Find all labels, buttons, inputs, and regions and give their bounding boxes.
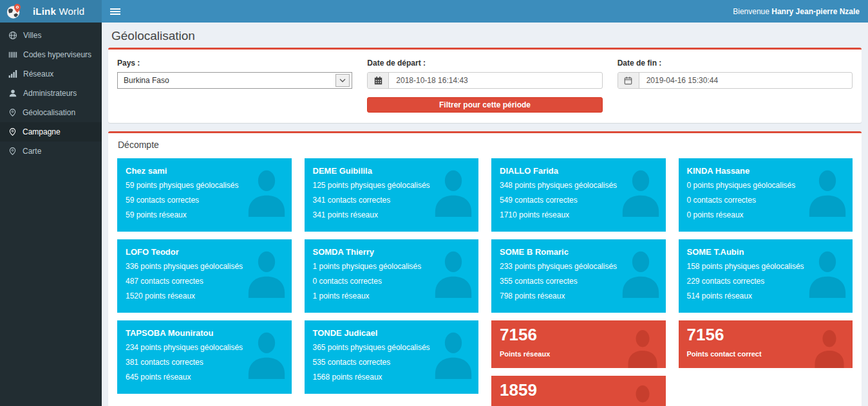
country-select[interactable]: Burkina Faso [117, 72, 352, 89]
brand-logo: iLink World [0, 0, 102, 23]
user-silhouette-icon [621, 168, 660, 217]
user-silhouette-icon [621, 249, 660, 298]
agent-stat-line: 0 points physiques géolocalisés [687, 181, 802, 190]
sidebar-item-g-olocalisation[interactable]: Géolocalisation [0, 103, 102, 122]
user-silhouette-icon [247, 249, 286, 298]
agent-stat-line: 0 contacts correctes [313, 277, 428, 286]
user-silhouette-icon [247, 330, 286, 379]
sidebar-item-label: Carte [23, 147, 41, 156]
end-date-input[interactable]: 2019-04-16 15:30:44 [639, 73, 852, 88]
agent-stat-card: SOME T.Aubin158 points physiques géoloca… [679, 239, 853, 313]
user-silhouette-icon [434, 330, 473, 379]
map-marker-icon [8, 127, 17, 136]
welcome-user-name: Hanry Jean-pierre Nzale [771, 7, 860, 16]
summary-value: 7156 [687, 326, 808, 344]
sidebar-item-r-seaux[interactable]: Réseaux [0, 64, 102, 84]
agent-stat-line: 381 contacts correctes [126, 358, 240, 367]
agent-stat-line: 645 points réseaux [126, 373, 240, 382]
navbar: Bienvenue Hanry Jean-pierre Nzale [102, 0, 868, 23]
sidebar-toggle-menu-icon[interactable] [110, 7, 120, 16]
decompte-card-grid: Chez sami59 points physiques géolocalisé… [108, 156, 862, 406]
summary-value: 1859 [500, 381, 621, 400]
globe-icon [8, 31, 17, 40]
brand-title-light: World [56, 6, 84, 17]
agent-stat-line: 355 contacts correctes [500, 277, 614, 286]
page-title: Géolocalisation [111, 29, 858, 43]
agent-stat-line: 341 points réseaux [313, 210, 428, 219]
start-date-input[interactable]: 2018-10-18 16:14:43 [389, 73, 601, 88]
agent-stat-line: 1 points physiques géolocalisés [313, 262, 428, 271]
end-date-input-group: 2019-04-16 15:30:44 [618, 72, 853, 89]
chevron-down-icon [335, 74, 350, 87]
agent-stat-line: 229 contacts correctes [687, 277, 802, 286]
globe-pin-logo-icon [6, 3, 23, 20]
user-icon [8, 89, 17, 98]
summary-label: Points contact correct [687, 350, 808, 358]
agent-stat-line: 535 contacts correctes [313, 358, 428, 367]
agent-stat-line: 0 points réseaux [687, 210, 802, 219]
card-column: DIALLO Farida348 points physiques géoloc… [491, 158, 666, 406]
agent-name: SOMDA Thierry [313, 247, 428, 257]
summary-value: 7156 [500, 326, 621, 344]
summary-total-card: 7156Points contact correct [679, 320, 853, 368]
sidebar-nav: VillesCodes hyperviseursRéseauxAdministr… [0, 23, 102, 406]
sidebar-item-label: Administrateurs [23, 89, 77, 98]
sidebar-item-codes-hyperviseurs[interactable]: Codes hyperviseurs [0, 45, 102, 64]
agent-name: TONDE Judicael [313, 328, 428, 338]
welcome-prefix: Bienvenue [733, 7, 771, 16]
agent-stat-line: 158 points physiques géolocalisés [687, 262, 802, 271]
sidebar-item-campagne[interactable]: Campagne [0, 122, 102, 142]
user-silhouette-icon [434, 249, 473, 298]
agent-stat-line: 0 contacts correctes [687, 196, 802, 205]
agent-stat-line: 514 points réseaux [687, 291, 802, 300]
country-label: Pays : [117, 59, 352, 68]
end-date-label: Date de fin : [618, 59, 853, 68]
user-silhouette-icon [434, 168, 473, 217]
sidebar-item-label: Villes [23, 31, 41, 40]
decompte-title: Décompte [108, 133, 862, 156]
welcome-text: Bienvenue Hanry Jean-pierre Nzale [733, 7, 860, 16]
sidebar-menu: VillesCodes hyperviseursRéseauxAdministr… [0, 26, 102, 161]
agent-stat-line: 1710 points réseaux [500, 210, 614, 219]
calendar-outline-icon [618, 73, 639, 88]
agent-name: LOFO Teodor [126, 247, 240, 257]
card-column: Chez sami59 points physiques géolocalisé… [117, 158, 292, 406]
agent-stat-card: DEME Guibilila125 points physiques géolo… [305, 158, 479, 232]
sidebar-item-carte[interactable]: Carte [0, 142, 102, 161]
summary-label: Points réseaux [500, 350, 621, 358]
agent-stat-line: 1 points réseaux [313, 291, 428, 300]
sidebar-item-label: Réseaux [23, 69, 53, 78]
start-date-input-group: 2018-10-18 16:14:43 [367, 72, 602, 89]
agent-stat-card: SOMDA Thierry1 points physiques géolocal… [305, 239, 479, 313]
agent-stat-card: DIALLO Farida348 points physiques géoloc… [491, 158, 666, 232]
agent-stat-line: 341 contacts correctes [313, 196, 428, 205]
card-column: DEME Guibilila125 points physiques géolo… [305, 158, 479, 406]
calendar-icon [368, 73, 389, 88]
brand-title-bold: iLink [33, 6, 56, 17]
agent-stat-line: 487 contacts correctes [126, 277, 240, 286]
agent-stat-line: 125 points physiques géolocalisés [313, 181, 428, 190]
sidebar-item-villes[interactable]: Villes [0, 26, 102, 45]
user-silhouette-icon [627, 328, 658, 368]
signal-bars-icon [8, 69, 17, 78]
user-silhouette-icon [247, 168, 286, 217]
main-content: Géolocalisation Pays : Burkina Faso Date… [102, 0, 868, 406]
user-silhouette-icon [627, 383, 658, 406]
brand-title: iLink World [33, 6, 84, 17]
user-silhouette-icon [808, 168, 847, 217]
sidebar-item-administrateurs[interactable]: Administrateurs [0, 84, 102, 103]
sidebar-item-label: Codes hyperviseurs [23, 50, 91, 59]
agent-name: SOME T.Aubin [687, 247, 802, 257]
map-marker-icon [8, 108, 17, 117]
sidebar-item-label: Campagne [23, 127, 61, 136]
country-select-value: Burkina Faso [124, 76, 169, 85]
filter-panel: Pays : Burkina Faso Date de départ : [108, 48, 862, 123]
filter-period-button[interactable]: Filtrer pour cette période [367, 97, 602, 113]
agent-stat-line: 1568 points réseaux [313, 373, 428, 382]
agent-stat-line: 234 points physiques géolocalisés [126, 343, 240, 352]
card-column: KINDA Hassane0 points physiques géolocal… [679, 158, 853, 406]
agent-stat-card: TONDE Judicael365 points physiques géolo… [305, 320, 479, 394]
top-header: iLink World Bienvenue Hanry Jean-pierre … [0, 0, 868, 23]
user-silhouette-icon [808, 249, 847, 298]
agent-name: DIALLO Farida [500, 166, 614, 176]
